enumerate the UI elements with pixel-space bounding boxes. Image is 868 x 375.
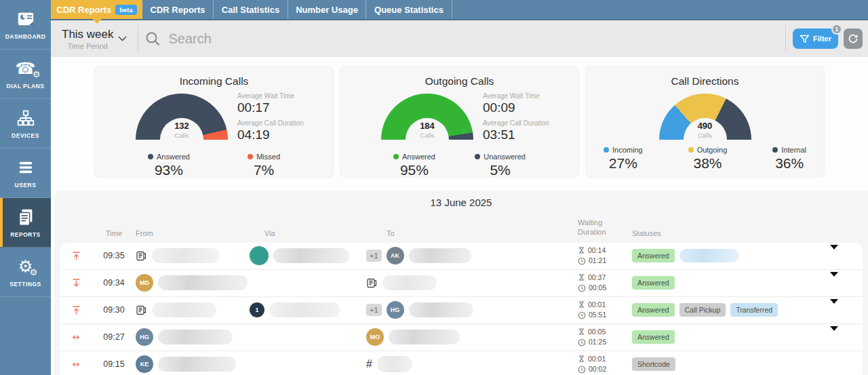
stat-value: 00:17 (237, 100, 304, 115)
legend-outgoing: Outgoing 38% (688, 146, 728, 172)
clock-icon (578, 311, 586, 319)
table-date: 13 June 2025 (54, 197, 868, 208)
expand-row-chevron[interactable] (830, 245, 838, 261)
internal-call-icon (71, 333, 81, 342)
sidebar-item-devices[interactable]: DEVICES (0, 99, 51, 149)
card-title: Call Directions (586, 75, 824, 87)
redacted-text (377, 356, 412, 372)
status-badge: Answered (632, 330, 675, 344)
expand-row-chevron[interactable] (830, 299, 838, 315)
search-icon (145, 31, 161, 47)
tab-queue-statistics[interactable]: Queue Statistics (366, 0, 452, 19)
sidebar-item-reports[interactable]: REPORTS (0, 198, 51, 248)
time-period-selector[interactable]: This week Time Period (58, 28, 131, 50)
search-input[interactable] (169, 31, 779, 47)
call-from: KE (136, 355, 250, 373)
call-row[interactable]: 09:27 HG MO 00:05 01:25 (60, 324, 863, 351)
call-time: 09:35 (92, 251, 136, 260)
legend-answered: Answered 95% (393, 153, 435, 178)
sidebar-item-label: DASHBOARD (5, 33, 46, 40)
call-row[interactable]: 09:34 MD 00:37 00:05 (60, 270, 863, 297)
stat-label: Average Call Duration (483, 119, 549, 127)
sidebar-item-dial-plans[interactable]: ☎⚙ DIAL PLANS (0, 50, 51, 99)
col-header-statuses: Statuses (632, 229, 830, 237)
dashboard-icon (16, 9, 35, 29)
expand-row-chevron[interactable] (830, 326, 838, 342)
status-badge: Call Pickup (679, 303, 726, 317)
summary-cards: Incoming Calls 132 Calls Average Wait Ti… (51, 66, 868, 178)
legend-unanswered: Unanswered 5% (475, 153, 526, 178)
call-via: 1 (250, 302, 366, 317)
legend-dot (772, 147, 778, 153)
status-badge: Shortcode (632, 357, 675, 371)
calls-count: 490 (659, 121, 751, 131)
stat-label: Average Call Duration (237, 119, 304, 127)
waiting-duration: 00:05 01:25 (578, 327, 632, 347)
legend-internal: Internal 36% (772, 146, 806, 172)
toolbar: This week Time Period Filter (51, 20, 868, 57)
calls-count: 132 (136, 121, 228, 131)
col-header-time: Time (92, 229, 136, 237)
avatar: MD (136, 274, 153, 292)
col-header-to: To (366, 229, 578, 237)
outgoing-calls-gauge: 184 Calls (381, 94, 473, 140)
call-from: MD (136, 274, 250, 292)
users-icon (16, 157, 35, 178)
redacted-text (158, 330, 233, 344)
call-to (366, 275, 578, 290)
legend-dot (604, 147, 609, 153)
avatar: MO (366, 328, 384, 346)
incoming-call-icon (71, 278, 81, 288)
call-row[interactable]: 09:15 KE # 00:01 00:02 (60, 351, 863, 375)
tab-bar: CDR Reports beta CDR Reports Call Statis… (51, 0, 868, 20)
filter-button[interactable]: Filter 1 (793, 28, 838, 49)
tab-call-statistics[interactable]: Call Statistics (214, 0, 288, 19)
legend-dot (393, 154, 399, 159)
tab-cdr-reports-beta[interactable]: CDR Reports beta (51, 0, 142, 19)
call-rows: 09:35 +1 AK (60, 243, 863, 375)
tab-number-usage[interactable]: Number Usage (288, 0, 366, 19)
call-directions-gauge: 490 Calls (659, 94, 751, 140)
hash-symbol: # (366, 358, 372, 370)
tab-cdr-reports[interactable]: CDR Reports (142, 0, 214, 19)
avatar: AK (387, 247, 404, 264)
legend-missed: Missed 7% (248, 153, 280, 178)
funnel-icon (800, 35, 810, 43)
sidebar-item-settings[interactable]: ⚙⚙ SETTINGS (0, 248, 51, 297)
stat-value: 03:51 (483, 127, 549, 142)
incoming-calls-gauge: 132 Calls (136, 94, 228, 140)
calls-label: Calls (659, 132, 751, 139)
status-badge: Transferred (730, 303, 778, 317)
expand-row-chevron[interactable] (830, 272, 838, 288)
sidebar-item-label: SETTINGS (9, 281, 41, 288)
tab-label: CDR Reports (56, 5, 111, 15)
fax-icon (366, 277, 378, 289)
call-statuses: Answered (632, 249, 830, 262)
redacted-text (152, 248, 220, 263)
call-time: 09:27 (92, 332, 136, 342)
outgoing-call-icon (71, 251, 81, 261)
settings-icon: ⚙⚙ (18, 256, 33, 277)
sidebar-item-dashboard[interactable]: DASHBOARD (0, 0, 51, 50)
calls-count: 184 (381, 121, 473, 131)
legend-incoming: Incoming 27% (604, 146, 643, 172)
stat-label: Average Wait Time (483, 92, 549, 100)
sidebar-item-users[interactable]: USERS (0, 149, 51, 198)
call-row[interactable]: 09:35 +1 AK (60, 243, 863, 270)
redacted-text (158, 275, 248, 290)
call-to: MO (366, 328, 578, 346)
call-row[interactable]: 09:30 1 +1 HG (60, 297, 863, 324)
incoming-calls-card: Incoming Calls 132 Calls Average Wait Ti… (94, 66, 334, 178)
fax-icon (136, 250, 147, 262)
avatar: HG (387, 301, 404, 319)
sidebar: DASHBOARD ☎⚙ DIAL PLANS DEVICES USERS RE… (0, 0, 51, 375)
reports-icon (16, 207, 35, 227)
call-log-panel: 13 June 2025 Time From Via To Waiting Du… (54, 191, 868, 375)
call-from (136, 302, 250, 317)
call-to: +1 HG (366, 301, 578, 319)
hourglass-icon (578, 300, 585, 309)
call-time: 09:34 (92, 278, 136, 288)
devices-icon (16, 108, 35, 128)
refresh-button[interactable] (844, 28, 863, 49)
call-statuses: Answered (632, 330, 830, 344)
